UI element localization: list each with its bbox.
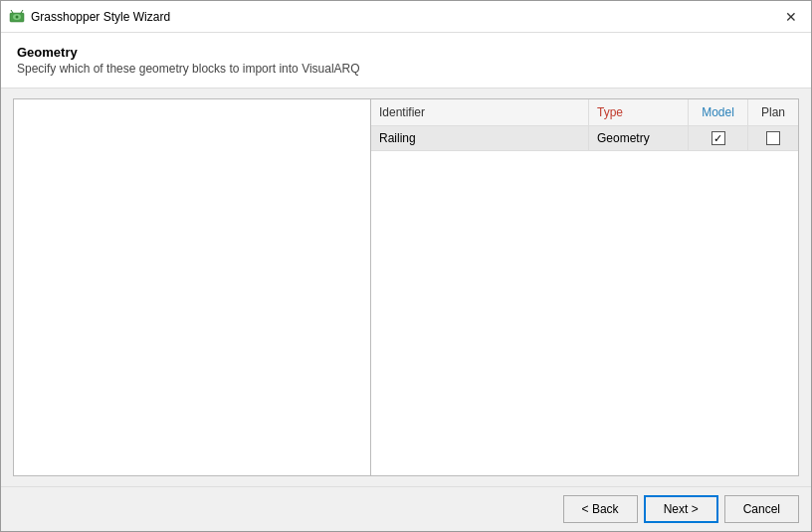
model-checkbox[interactable]: ✓ — [711, 131, 725, 145]
content-area: Identifier Type Model Plan Railing Geome… — [1, 89, 811, 486]
col-header-type: Type — [589, 99, 689, 125]
cell-model[interactable]: ✓ — [689, 126, 748, 150]
plan-checkbox[interactable] — [766, 131, 780, 145]
cancel-button[interactable]: Cancel — [724, 495, 799, 523]
svg-line-4 — [21, 10, 23, 13]
page-subtitle: Specify which of these geometry blocks t… — [17, 62, 795, 76]
close-button[interactable]: ✕ — [779, 5, 803, 29]
table-header: Identifier Type Model Plan — [371, 99, 798, 126]
page-title: Geometry — [17, 45, 795, 60]
left-preview-panel — [13, 98, 371, 476]
app-icon — [9, 9, 25, 25]
cell-identifier: Railing — [371, 126, 589, 150]
main-window: Grasshopper Style Wizard ✕ Geometry Spec… — [0, 0, 812, 532]
cell-plan[interactable] — [748, 126, 798, 150]
right-table-panel: Identifier Type Model Plan Railing Geome… — [371, 98, 799, 476]
col-header-model: Model — [689, 99, 748, 125]
col-header-identifier: Identifier — [371, 99, 589, 125]
cell-type: Geometry — [589, 126, 689, 150]
footer: < Back Next > Cancel — [1, 486, 811, 531]
svg-line-3 — [11, 10, 13, 13]
window-title: Grasshopper Style Wizard — [31, 10, 170, 24]
back-button[interactable]: < Back — [563, 495, 638, 523]
title-bar: Grasshopper Style Wizard ✕ — [1, 1, 811, 33]
col-header-plan: Plan — [748, 99, 798, 125]
title-bar-left: Grasshopper Style Wizard — [9, 9, 170, 25]
header-section: Geometry Specify which of these geometry… — [1, 33, 811, 89]
table-row: Railing Geometry ✓ — [371, 126, 798, 151]
next-button[interactable]: Next > — [644, 495, 718, 523]
svg-point-2 — [16, 15, 19, 18]
